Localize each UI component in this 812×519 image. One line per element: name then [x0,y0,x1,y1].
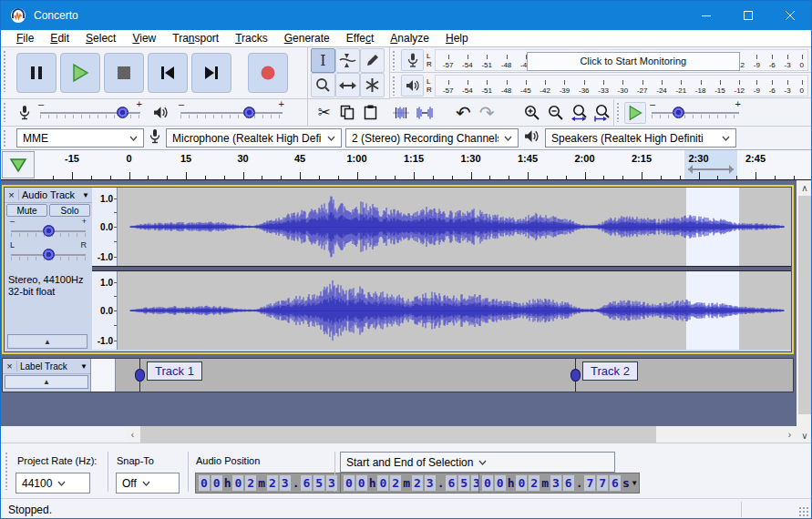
zoom-tool-button[interactable] [311,73,335,97]
stop-button[interactable] [104,53,144,93]
label-track-title-menu[interactable]: Label Track [17,361,80,371]
scroll-left-button[interactable]: ‹ [125,426,140,443]
horizontal-scrollbar-thumb[interactable] [140,426,656,443]
waveform-channel-left[interactable] [118,188,791,266]
audio-position-field[interactable]: 00h02m23.653s▼ [195,473,356,494]
recording-channels-select[interactable]: 2 (Stereo) Recording Channels [345,128,519,148]
menu-analyze[interactable]: Analyze [382,31,437,46]
selection-tool-button[interactable]: I [311,48,335,73]
redo-button[interactable]: ↷ [476,102,498,124]
time-shift-tool-button[interactable] [335,73,360,97]
mute-button[interactable]: Mute [6,204,47,217]
time-digit[interactable]: 0 [344,475,355,491]
record-meter-scale[interactable]: -57-54-51-48-45-42-39-36-33-30-27-24-21-… [435,49,808,71]
pause-button[interactable] [16,53,57,93]
label-track-collapse-button[interactable]: ▲ [5,375,88,389]
audio-track-collapse-button[interactable]: ▲ [7,334,87,349]
time-digit[interactable]: 3 [425,475,436,491]
vertical-scrollbar-thumb[interactable] [798,196,811,414]
toolbar-grip[interactable] [392,76,396,96]
time-digit[interactable]: 0 [495,475,506,491]
label-track-area[interactable]: Track 1Track 2 [116,359,793,392]
time-digit[interactable]: 7 [584,475,595,491]
menu-select[interactable]: Select [77,31,124,46]
time-digit[interactable]: 6 [563,475,574,491]
time-digit[interactable]: 0 [516,475,527,491]
audio-track-title-menu[interactable]: Audio Track [19,189,82,200]
cut-button[interactable]: ✂ [313,102,335,124]
monitoring-tooltip[interactable]: Click to Start Monitoring [527,52,740,71]
time-digit[interactable]: 5 [458,475,469,491]
time-digit[interactable]: 2 [267,475,278,491]
scroll-down-button[interactable]: ∨ [797,428,812,443]
time-digit[interactable]: 6 [446,475,457,491]
selection-mode-select[interactable]: Start and End of Selection [340,452,615,473]
recording-volume-thumb[interactable] [117,107,128,118]
time-digit[interactable]: 5 [313,475,324,491]
time-digit[interactable]: 2 [390,475,401,491]
audio-track-close-button[interactable]: × [5,189,19,200]
play-button[interactable] [60,53,100,93]
toolbar-grip[interactable] [3,50,7,92]
fit-project-button[interactable] [591,102,613,124]
toolbar-grip[interactable] [3,102,7,122]
time-digit[interactable]: 2 [412,475,423,491]
menu-tracks[interactable]: Tracks [227,31,276,46]
playback-meter-scale[interactable]: -57-54-51-48-45-42-39-36-33-30-27-24-21-… [435,75,808,97]
recording-volume-slider[interactable]: –+ [40,107,140,119]
time-digit[interactable]: 0 [199,475,210,491]
zoom-to-selection-button[interactable] [569,102,591,124]
label-text-box[interactable]: Track 1 [147,361,202,381]
time-digit[interactable]: 3 [326,475,337,491]
pan-slider[interactable]: LR [11,249,86,260]
snap-to-select[interactable]: Off [116,473,180,494]
maximize-button[interactable] [727,1,769,30]
play-speed-slider[interactable]: –+ [652,107,739,119]
selection-start-field[interactable]: 00h02m23.653s▼ [340,473,501,494]
time-digit[interactable]: 0 [356,475,367,491]
toolbar-grip[interactable] [3,129,7,148]
draw-tool-button[interactable] [360,48,385,73]
menu-effect[interactable]: Effect [338,31,382,46]
menu-generate[interactable]: Generate [276,31,338,46]
audio-host-select[interactable]: MME [16,128,144,148]
audio-track-menu-caret-icon[interactable]: ▼ [82,191,89,199]
time-field-caret-icon[interactable]: ▼ [632,479,637,487]
label-track-menu-caret-icon[interactable]: ▼ [80,362,87,371]
label-text-box[interactable]: Track 2 [582,361,638,381]
scroll-right-button[interactable]: › [782,426,797,443]
menu-help[interactable]: Help [437,31,477,46]
horizontal-scrollbar-track[interactable] [140,426,782,443]
scroll-up-button[interactable]: ∧ [797,180,812,195]
window-resize-grip[interactable] [798,506,809,517]
zoom-out-button[interactable] [545,102,567,124]
skip-to-end-button[interactable] [191,53,231,93]
play-at-speed-button[interactable] [624,102,646,124]
menu-file[interactable]: File [8,31,42,46]
toolbar-grip[interactable] [616,102,621,122]
time-digit[interactable]: 3 [280,475,291,491]
playback-volume-thumb[interactable] [243,107,255,118]
solo-button[interactable]: Solo [49,204,90,217]
time-digit[interactable]: 0 [211,475,222,491]
zoom-in-button[interactable] [522,102,544,124]
time-digit[interactable]: 7 [597,475,608,491]
time-digit[interactable]: 6 [610,475,621,491]
label-marker[interactable] [570,369,581,382]
paste-button[interactable] [360,102,382,124]
time-digit[interactable]: 2 [529,475,540,491]
selection-drag-handle[interactable] [688,168,734,170]
label-marker[interactable] [135,369,145,382]
skip-to-start-button[interactable] [148,53,188,93]
pan-thumb[interactable] [43,249,55,260]
undo-button[interactable]: ↶ [453,102,475,124]
record-meter-mic-icon[interactable] [401,49,424,71]
time-ruler[interactable]: -1501530451:001:151:301:452:002:152:302:… [36,150,796,179]
selection-end-field[interactable]: 00h02m36.776s▼ [478,473,640,494]
time-digit[interactable]: 0 [377,475,388,491]
envelope-tool-button[interactable] [335,48,360,73]
waveform-channel-right[interactable] [118,271,791,350]
multi-tool-button[interactable] [360,73,385,97]
toolbar-grip[interactable] [5,452,9,490]
copy-button[interactable] [336,102,358,124]
